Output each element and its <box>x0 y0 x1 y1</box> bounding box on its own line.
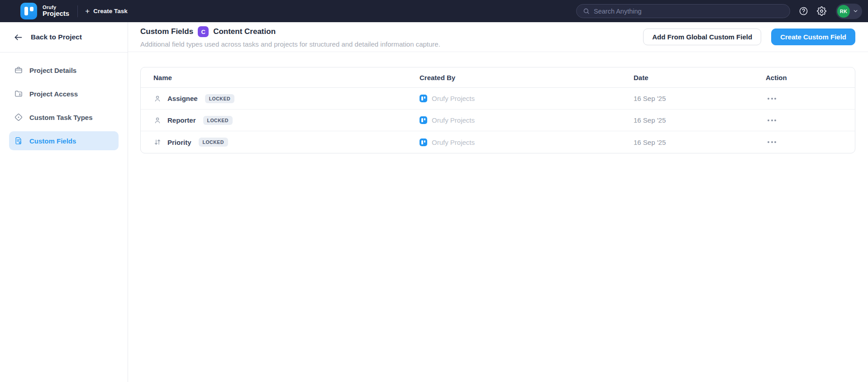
document-gear-icon <box>14 136 23 145</box>
sidebar-item-custom-task-types[interactable]: Custom Task Types <box>9 108 119 127</box>
brand-name-bottom: Projects <box>43 10 69 17</box>
field-name: Priority <box>167 138 191 146</box>
user-icon <box>153 116 162 124</box>
sidebar: Back to Project Project Details Project … <box>0 22 128 382</box>
folder-user-icon <box>14 89 23 98</box>
field-name: Reporter <box>167 116 196 124</box>
sidebar-item-label: Custom Task Types <box>29 114 92 121</box>
orufy-mini-logo-icon <box>420 116 427 124</box>
custom-fields-table: Name Created By Date Action Assignee LOC… <box>140 67 855 153</box>
back-to-project-label: Back to Project <box>31 33 82 41</box>
search-input[interactable] <box>594 8 783 15</box>
sidebar-item-project-details[interactable]: Project Details <box>9 61 119 80</box>
sidebar-item-label: Project Details <box>29 67 76 74</box>
add-from-global-custom-field-button[interactable]: Add From Global Custom Field <box>643 29 761 45</box>
row-actions-button[interactable] <box>766 138 778 146</box>
create-task-label: Create Task <box>93 8 128 14</box>
column-header-action: Action <box>766 74 855 81</box>
table-row-assignee: Assignee LOCKED Orufy Projects 16 Sep '2… <box>141 88 855 110</box>
field-name: Assignee <box>167 95 198 102</box>
locked-badge: LOCKED <box>205 94 234 103</box>
orufy-mini-logo-icon <box>420 138 427 146</box>
row-actions-button[interactable] <box>766 117 778 124</box>
back-to-project[interactable]: Back to Project <box>0 22 128 53</box>
search-icon <box>583 8 590 14</box>
created-date: 16 Sep '25 <box>634 95 766 102</box>
created-by: Orufy Projects <box>432 116 475 124</box>
page-subtitle: Additional field types used across tasks… <box>140 40 440 48</box>
sidebar-nav: Project Details Project Access Custom Ta… <box>0 53 128 158</box>
sidebar-item-project-access[interactable]: Project Access <box>9 84 119 103</box>
create-task-button[interactable]: + Create Task <box>85 7 127 15</box>
user-avatar: RK <box>837 5 850 18</box>
topbar: Orufy Projects + Create Task RK <box>0 0 868 22</box>
locked-badge: LOCKED <box>203 116 233 125</box>
topbar-divider <box>77 5 78 17</box>
created-by: Orufy Projects <box>432 138 475 146</box>
sidebar-item-custom-fields[interactable]: Custom Fields <box>9 131 119 150</box>
project-badge: C <box>198 26 209 37</box>
diamond-icon <box>14 113 23 122</box>
table-header-row: Name Created By Date Action <box>141 67 855 88</box>
ellipsis-icon <box>768 119 769 121</box>
arrow-left-icon <box>14 33 23 42</box>
main-content: Custom Fields C Content Creation Additio… <box>128 22 868 382</box>
question-circle-icon <box>799 6 808 16</box>
briefcase-icon <box>14 66 23 75</box>
sort-arrows-icon <box>153 138 162 146</box>
created-date: 16 Sep '25 <box>634 138 766 146</box>
page-title: Custom Fields <box>140 27 193 36</box>
settings-button[interactable] <box>817 6 826 16</box>
sidebar-item-label: Custom Fields <box>29 137 76 145</box>
project-name: Content Creation <box>213 27 276 36</box>
sidebar-item-label: Project Access <box>29 90 78 98</box>
table-row-priority: Priority LOCKED Orufy Projects 16 Sep '2… <box>141 131 855 153</box>
page-header: Custom Fields C Content Creation Additio… <box>128 22 868 52</box>
app-window: Orufy Projects + Create Task RK <box>0 0 868 382</box>
created-by: Orufy Projects <box>432 95 475 102</box>
chevron-down-icon <box>853 8 858 14</box>
gear-icon <box>817 6 826 16</box>
help-button[interactable] <box>799 6 808 16</box>
orufy-logo-icon <box>20 3 37 19</box>
column-header-created-by: Created By <box>420 74 634 81</box>
orufy-mini-logo-icon <box>420 95 427 102</box>
ellipsis-icon <box>768 98 769 100</box>
plus-icon: + <box>85 7 90 15</box>
user-icon <box>153 95 162 103</box>
column-header-date: Date <box>634 74 766 81</box>
column-header-name: Name <box>153 74 420 81</box>
row-actions-button[interactable] <box>766 95 778 102</box>
user-menu[interactable]: RK <box>836 4 862 19</box>
search-bar[interactable] <box>576 4 790 18</box>
ellipsis-icon <box>768 141 769 143</box>
table-row-reporter: Reporter LOCKED Orufy Projects 16 Sep '2… <box>141 110 855 131</box>
create-custom-field-button[interactable]: Create Custom Field <box>771 29 855 45</box>
created-date: 16 Sep '25 <box>634 116 766 124</box>
brand: Orufy Projects <box>20 3 69 19</box>
locked-badge: LOCKED <box>199 138 228 147</box>
